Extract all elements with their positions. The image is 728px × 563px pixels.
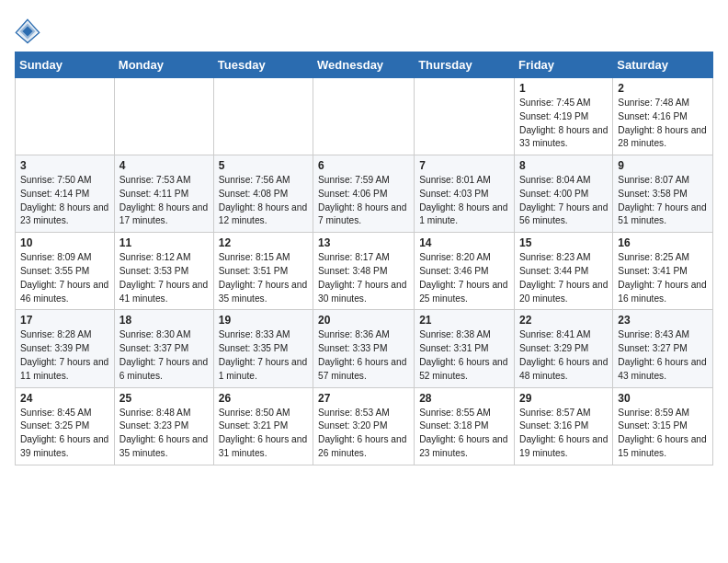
calendar-cell: 20Sunrise: 8:36 AM Sunset: 3:33 PM Dayli… — [313, 310, 415, 387]
day-number: 29 — [519, 392, 608, 405]
day-number: 18 — [119, 314, 209, 327]
day-number: 26 — [219, 392, 308, 405]
day-info: Sunrise: 8:38 AM Sunset: 3:31 PM Dayligh… — [419, 328, 509, 383]
day-number: 12 — [219, 236, 308, 249]
day-number: 30 — [618, 392, 708, 405]
calendar-cell: 2Sunrise: 7:48 AM Sunset: 4:16 PM Daylig… — [613, 78, 713, 155]
calendar-cell: 18Sunrise: 8:30 AM Sunset: 3:37 PM Dayli… — [114, 310, 213, 387]
calendar-cell: 5Sunrise: 7:56 AM Sunset: 4:08 PM Daylig… — [213, 155, 313, 233]
day-number: 19 — [219, 314, 308, 327]
calendar-week-4: 17Sunrise: 8:28 AM Sunset: 3:39 PM Dayli… — [16, 310, 713, 387]
day-info: Sunrise: 8:55 AM Sunset: 3:18 PM Dayligh… — [419, 407, 509, 461]
day-info: Sunrise: 8:57 AM Sunset: 3:16 PM Dayligh… — [519, 407, 608, 461]
day-number: 8 — [519, 159, 608, 172]
calendar-cell: 25Sunrise: 8:48 AM Sunset: 3:23 PM Dayli… — [114, 387, 213, 465]
day-info: Sunrise: 8:59 AM Sunset: 3:15 PM Dayligh… — [618, 407, 708, 461]
day-number: 20 — [318, 314, 409, 327]
day-info: Sunrise: 7:59 AM Sunset: 4:06 PM Dayligh… — [318, 174, 409, 228]
calendar-cell: 15Sunrise: 8:23 AM Sunset: 3:44 PM Dayli… — [515, 233, 613, 310]
calendar-cell: 27Sunrise: 8:53 AM Sunset: 3:20 PM Dayli… — [313, 387, 415, 465]
day-info: Sunrise: 8:33 AM Sunset: 3:35 PM Dayligh… — [219, 328, 308, 383]
calendar-cell: 23Sunrise: 8:43 AM Sunset: 3:27 PM Dayli… — [613, 310, 713, 387]
calendar-cell: 17Sunrise: 8:28 AM Sunset: 3:39 PM Dayli… — [16, 310, 115, 387]
day-number: 3 — [20, 159, 109, 172]
day-number: 9 — [618, 159, 708, 172]
calendar-cell: 14Sunrise: 8:20 AM Sunset: 3:46 PM Dayli… — [415, 233, 515, 310]
calendar-cell: 8Sunrise: 8:04 AM Sunset: 4:00 PM Daylig… — [515, 155, 613, 233]
day-number: 27 — [318, 392, 409, 405]
day-number: 10 — [20, 236, 109, 249]
day-info: Sunrise: 8:20 AM Sunset: 3:46 PM Dayligh… — [419, 251, 509, 305]
calendar-cell: 19Sunrise: 8:33 AM Sunset: 3:35 PM Dayli… — [213, 310, 313, 387]
day-number: 25 — [119, 392, 209, 405]
page-header — [15, 15, 713, 44]
day-info: Sunrise: 8:30 AM Sunset: 3:37 PM Dayligh… — [119, 328, 209, 383]
calendar-cell: 24Sunrise: 8:45 AM Sunset: 3:25 PM Dayli… — [16, 387, 115, 465]
header-wednesday: Wednesday — [313, 52, 415, 78]
calendar-cell: 30Sunrise: 8:59 AM Sunset: 3:15 PM Dayli… — [613, 387, 713, 465]
calendar-week-5: 24Sunrise: 8:45 AM Sunset: 3:25 PM Dayli… — [16, 387, 713, 465]
calendar-cell — [415, 78, 515, 155]
logo-icon — [15, 18, 40, 44]
header-saturday: Saturday — [613, 52, 713, 78]
day-info: Sunrise: 8:48 AM Sunset: 3:23 PM Dayligh… — [119, 407, 209, 461]
day-number: 16 — [618, 236, 708, 249]
day-info: Sunrise: 8:04 AM Sunset: 4:00 PM Dayligh… — [519, 174, 608, 228]
day-number: 4 — [119, 159, 209, 172]
header-thursday: Thursday — [415, 52, 515, 78]
day-info: Sunrise: 8:50 AM Sunset: 3:21 PM Dayligh… — [219, 407, 308, 461]
day-info: Sunrise: 7:53 AM Sunset: 4:11 PM Dayligh… — [119, 174, 209, 228]
calendar-cell: 3Sunrise: 7:50 AM Sunset: 4:14 PM Daylig… — [16, 155, 115, 233]
day-info: Sunrise: 8:17 AM Sunset: 3:48 PM Dayligh… — [318, 251, 409, 305]
day-info: Sunrise: 8:15 AM Sunset: 3:51 PM Dayligh… — [219, 251, 308, 305]
day-info: Sunrise: 7:48 AM Sunset: 4:16 PM Dayligh… — [618, 97, 708, 151]
day-info: Sunrise: 8:09 AM Sunset: 3:55 PM Dayligh… — [20, 251, 109, 305]
calendar-cell: 1Sunrise: 7:45 AM Sunset: 4:19 PM Daylig… — [515, 78, 613, 155]
day-number: 7 — [419, 159, 509, 172]
header-sunday: Sunday — [16, 52, 115, 78]
day-info: Sunrise: 8:23 AM Sunset: 3:44 PM Dayligh… — [519, 251, 608, 305]
day-info: Sunrise: 7:56 AM Sunset: 4:08 PM Dayligh… — [219, 174, 308, 228]
day-number: 23 — [618, 314, 708, 327]
day-info: Sunrise: 8:45 AM Sunset: 3:25 PM Dayligh… — [20, 407, 109, 461]
calendar-week-3: 10Sunrise: 8:09 AM Sunset: 3:55 PM Dayli… — [16, 233, 713, 310]
calendar-cell: 21Sunrise: 8:38 AM Sunset: 3:31 PM Dayli… — [415, 310, 515, 387]
calendar-cell: 6Sunrise: 7:59 AM Sunset: 4:06 PM Daylig… — [313, 155, 415, 233]
calendar-cell: 26Sunrise: 8:50 AM Sunset: 3:21 PM Dayli… — [213, 387, 313, 465]
day-number: 15 — [519, 236, 608, 249]
calendar-cell: 28Sunrise: 8:55 AM Sunset: 3:18 PM Dayli… — [415, 387, 515, 465]
calendar-cell: 12Sunrise: 8:15 AM Sunset: 3:51 PM Dayli… — [213, 233, 313, 310]
day-info: Sunrise: 8:25 AM Sunset: 3:41 PM Dayligh… — [618, 251, 708, 305]
calendar-cell: 4Sunrise: 7:53 AM Sunset: 4:11 PM Daylig… — [114, 155, 213, 233]
day-number: 5 — [219, 159, 308, 172]
day-number: 28 — [419, 392, 509, 405]
day-info: Sunrise: 8:12 AM Sunset: 3:53 PM Dayligh… — [119, 251, 209, 305]
calendar-cell: 16Sunrise: 8:25 AM Sunset: 3:41 PM Dayli… — [613, 233, 713, 310]
calendar-header-row: SundayMondayTuesdayWednesdayThursdayFrid… — [16, 52, 713, 78]
day-number: 21 — [419, 314, 509, 327]
day-info: Sunrise: 7:45 AM Sunset: 4:19 PM Dayligh… — [519, 97, 608, 151]
calendar-cell — [313, 78, 415, 155]
calendar-week-2: 3Sunrise: 7:50 AM Sunset: 4:14 PM Daylig… — [16, 155, 713, 233]
calendar-cell: 10Sunrise: 8:09 AM Sunset: 3:55 PM Dayli… — [16, 233, 115, 310]
day-number: 6 — [318, 159, 409, 172]
day-info: Sunrise: 8:53 AM Sunset: 3:20 PM Dayligh… — [318, 407, 409, 461]
calendar-cell — [114, 78, 213, 155]
calendar-table: SundayMondayTuesdayWednesdayThursdayFrid… — [15, 52, 713, 465]
day-info: Sunrise: 8:36 AM Sunset: 3:33 PM Dayligh… — [318, 328, 409, 383]
day-info: Sunrise: 8:28 AM Sunset: 3:39 PM Dayligh… — [20, 328, 109, 383]
day-number: 2 — [618, 82, 708, 95]
calendar-cell: 29Sunrise: 8:57 AM Sunset: 3:16 PM Dayli… — [515, 387, 613, 465]
day-info: Sunrise: 8:01 AM Sunset: 4:03 PM Dayligh… — [419, 174, 509, 228]
header-tuesday: Tuesday — [213, 52, 313, 78]
calendar-cell: 22Sunrise: 8:41 AM Sunset: 3:29 PM Dayli… — [515, 310, 613, 387]
header-monday: Monday — [114, 52, 213, 78]
calendar-cell: 11Sunrise: 8:12 AM Sunset: 3:53 PM Dayli… — [114, 233, 213, 310]
header-friday: Friday — [515, 52, 613, 78]
day-info: Sunrise: 8:07 AM Sunset: 3:58 PM Dayligh… — [618, 174, 708, 228]
calendar-week-1: 1Sunrise: 7:45 AM Sunset: 4:19 PM Daylig… — [16, 78, 713, 155]
calendar-cell — [16, 78, 115, 155]
day-number: 24 — [20, 392, 109, 405]
day-number: 11 — [119, 236, 209, 249]
calendar-cell: 13Sunrise: 8:17 AM Sunset: 3:48 PM Dayli… — [313, 233, 415, 310]
